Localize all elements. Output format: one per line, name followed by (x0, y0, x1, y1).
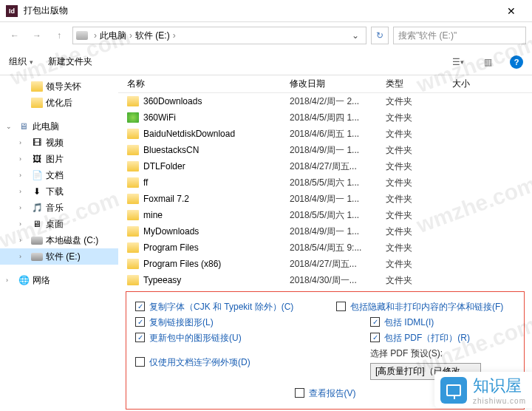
checkbox-icon (135, 333, 145, 342)
breadcrumb[interactable]: › 此电脑 › 软件 (E:) › ⌄ (72, 27, 366, 44)
file-row[interactable]: DTLFolder2018/4/27/周五...文件夹 (118, 158, 532, 174)
tree-video[interactable]: ›🎞视频 (0, 135, 118, 151)
opt-include-idml[interactable]: 包括 IDML(I) (336, 316, 515, 329)
tree-music[interactable]: ›🎵音乐 (0, 200, 118, 216)
drive-icon (31, 253, 43, 261)
file-type: 文件夹 (386, 274, 452, 287)
checkbox-icon (336, 302, 346, 311)
folder-icon (127, 259, 139, 269)
file-row[interactable]: 360Downloads2018/4/2/周一 2...文件夹 (118, 93, 532, 109)
bc-drive[interactable]: 软件 (E:) (135, 30, 170, 42)
file-row[interactable]: 360WiFi2018/4/5/周四 1...文件夹 (118, 109, 532, 126)
file-date: 2018/5/5/周六 1... (290, 209, 386, 222)
pdf-preset-label: 选择 PDF 预设(S): (336, 347, 515, 360)
checkbox-icon (370, 317, 380, 327)
file-date: 2018/4/6/周五 1... (290, 128, 386, 140)
breadcrumb-dropdown[interactable]: ⌄ (348, 30, 363, 41)
file-type: 文件夹 (386, 242, 452, 254)
col-name[interactable]: 名称 (127, 78, 290, 90)
file-name: ff (143, 177, 290, 188)
tree-desktop[interactable]: ›🖥桌面 (0, 216, 118, 232)
brand-icon (440, 377, 467, 404)
folder-icon (127, 275, 139, 285)
opt-copy-links[interactable]: 复制链接图形(L) (135, 316, 314, 329)
search-input[interactable]: 搜索"软件 (E:)" (393, 27, 526, 44)
file-date: 2018/4/2/周一 2... (290, 95, 386, 108)
drive-icon (31, 237, 43, 245)
folder-icon (127, 145, 139, 155)
checkbox-icon (135, 302, 145, 311)
nav-up[interactable]: ↑ (50, 27, 68, 44)
file-type: 文件夹 (386, 160, 452, 173)
tree-care[interactable]: 领导关怀 (0, 78, 118, 95)
checkbox-icon (295, 388, 304, 398)
file-row[interactable]: Program Files2018/5/4/周五 9:...文件夹 (118, 240, 532, 256)
file-name: 360WiFi (143, 112, 290, 123)
checkbox-icon (370, 333, 380, 342)
file-type: 文件夹 (386, 112, 452, 124)
file-date: 2018/4/9/周一 1... (290, 225, 386, 238)
tree-driveE[interactable]: ›软件 (E:) (0, 248, 118, 265)
file-date: 2018/4/27/周五... (290, 160, 386, 173)
file-type: 文件夹 (386, 177, 452, 189)
opt-copy-fonts[interactable]: 复制字体（CJK 和 Typekit 除外）(C) (135, 301, 314, 313)
tree-pic[interactable]: ›🖼图片 (0, 151, 118, 167)
file-name: MyDownloads (143, 226, 290, 237)
file-date: 2018/4/9/周一 1... (290, 193, 386, 206)
tree-pc[interactable]: ⌄🖥此电脑 (0, 118, 118, 135)
tree-doc[interactable]: ›📄文档 (0, 167, 118, 183)
preview-icon[interactable]: ▥ (480, 55, 495, 69)
opt-include-hidden[interactable]: 包括隐藏和非打印内容的字体和链接(F) (336, 301, 515, 313)
folder-icon (127, 161, 139, 171)
file-date: 2018/5/4/周五 9:... (290, 242, 386, 254)
organize-button[interactable]: 组织▾ (9, 55, 33, 68)
folder-icon (127, 129, 139, 139)
tree-opt[interactable]: 优化后 (0, 95, 118, 111)
file-row[interactable]: Typeeasy2018/4/30/周一...文件夹 (118, 272, 532, 288)
col-size[interactable]: 大小 (452, 78, 497, 90)
file-row[interactable]: ff2018/5/5/周六 1...文件夹 (118, 174, 532, 191)
window-title: 打包出版物 (24, 4, 497, 17)
file-row[interactable]: mine2018/5/5/周六 1...文件夹 (118, 207, 532, 223)
file-row[interactable]: Program Files (x86)2018/4/27/周五...文件夹 (118, 256, 532, 272)
file-type: 文件夹 (386, 209, 452, 222)
close-button[interactable]: ✕ (497, 1, 526, 21)
file-type: 文件夹 (386, 95, 452, 108)
file-name: Foxmail 7.2 (143, 194, 290, 204)
app-icon: Id (6, 5, 18, 17)
col-type[interactable]: 类型 (386, 78, 452, 90)
file-date: 2018/4/27/周五... (290, 258, 386, 271)
file-row[interactable]: BaiduNetdiskDownload2018/4/6/周五 1...文件夹 (118, 126, 532, 142)
file-name: Program Files (143, 242, 290, 253)
file-name: DTLFolder (143, 161, 290, 171)
file-name: BaiduNetdiskDownload (143, 129, 290, 139)
col-date[interactable]: 修改日期 (290, 78, 386, 90)
file-type: 文件夹 (386, 258, 452, 271)
opt-update-links[interactable]: 更新包中的图形链接(U) (135, 332, 314, 344)
nav-forward[interactable]: → (28, 27, 46, 44)
file-type: 文件夹 (386, 144, 452, 157)
tree-localC[interactable]: ›本地磁盘 (C:) (0, 232, 118, 248)
tree-net[interactable]: ›🌐网络 (0, 272, 118, 288)
view-icon[interactable]: ☰▾ (451, 55, 466, 69)
tree-dl[interactable]: ›⬇下载 (0, 183, 118, 200)
opt-only-doc-fonts[interactable]: 仅使用文档连字例外项(D) (135, 356, 314, 369)
file-type: 文件夹 (386, 128, 452, 140)
file-row[interactable]: BluestacksCN2018/4/9/周一 1...文件夹 (118, 142, 532, 158)
file-row[interactable]: MyDownloads2018/4/9/周一 1...文件夹 (118, 223, 532, 240)
folder-icon (127, 210, 139, 220)
drive-icon (76, 31, 88, 40)
file-name: BluestacksCN (143, 145, 290, 155)
opt-include-pdf[interactable]: 包括 PDF（打印）(R) (336, 332, 515, 344)
folder-icon (127, 226, 139, 237)
nav-back[interactable]: ← (6, 27, 24, 44)
file-name: Typeeasy (143, 275, 290, 285)
bc-root[interactable]: 此电脑 (100, 30, 126, 42)
file-row[interactable]: Foxmail 7.22018/4/9/周一 1...文件夹 (118, 191, 532, 207)
help-icon[interactable]: ? (510, 55, 523, 69)
checkbox-icon (135, 317, 145, 327)
newfolder-button[interactable]: 新建文件夹 (48, 55, 92, 68)
opt-view-report[interactable]: 查看报告(V) (295, 387, 356, 400)
brand-badge: 知识屋 zhishiwu.com (434, 372, 532, 408)
refresh-button[interactable]: ↻ (371, 27, 389, 44)
